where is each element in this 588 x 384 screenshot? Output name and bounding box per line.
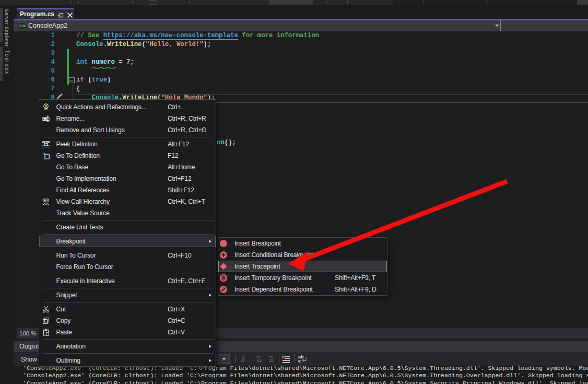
svg-text:c: c	[298, 358, 301, 364]
